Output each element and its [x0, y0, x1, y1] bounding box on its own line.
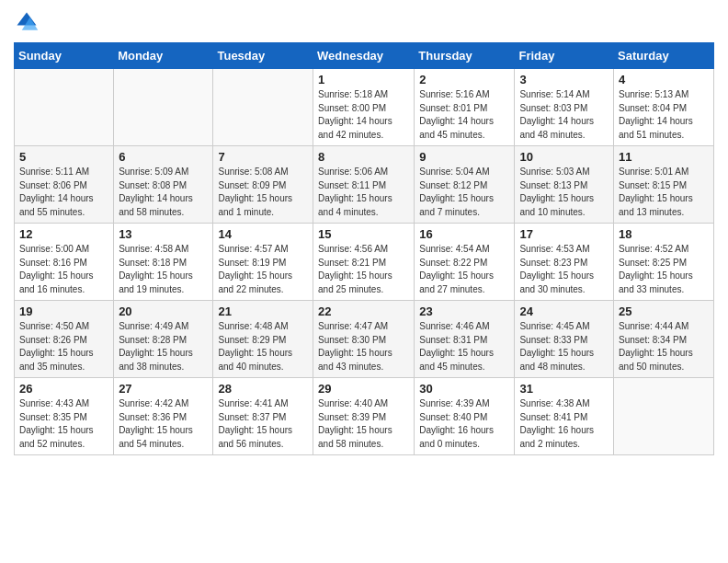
- calendar-cell: 21Sunrise: 4:48 AM Sunset: 8:29 PM Dayli…: [213, 301, 313, 378]
- day-info: Sunrise: 5:18 AM Sunset: 8:00 PM Dayligh…: [318, 88, 409, 142]
- calendar-week-row: 26Sunrise: 4:43 AM Sunset: 8:35 PM Dayli…: [15, 378, 714, 455]
- day-info: Sunrise: 4:52 AM Sunset: 8:25 PM Dayligh…: [619, 243, 709, 296]
- day-info: Sunrise: 5:09 AM Sunset: 8:08 PM Dayligh…: [119, 166, 208, 219]
- calendar-cell: 4Sunrise: 5:13 AM Sunset: 8:04 PM Daylig…: [614, 69, 714, 146]
- calendar-cell: 28Sunrise: 4:41 AM Sunset: 8:37 PM Dayli…: [213, 378, 313, 455]
- page-header: [14, 9, 714, 35]
- day-number: 15: [318, 227, 409, 241]
- day-header-sunday: Sunday: [15, 43, 114, 69]
- day-info: Sunrise: 4:58 AM Sunset: 8:18 PM Dayligh…: [119, 243, 208, 296]
- day-header-saturday: Saturday: [614, 43, 714, 69]
- day-info: Sunrise: 4:49 AM Sunset: 8:28 PM Dayligh…: [119, 320, 208, 373]
- calendar-cell: 31Sunrise: 4:38 AM Sunset: 8:41 PM Dayli…: [515, 378, 614, 455]
- calendar-cell: 8Sunrise: 5:06 AM Sunset: 8:11 PM Daylig…: [313, 146, 415, 224]
- day-header-wednesday: Wednesday: [313, 43, 415, 69]
- calendar-cell: 6Sunrise: 5:09 AM Sunset: 8:08 PM Daylig…: [114, 146, 213, 224]
- calendar-cell: [15, 69, 114, 146]
- calendar-cell: 1Sunrise: 5:18 AM Sunset: 8:00 PM Daylig…: [313, 69, 415, 146]
- day-header-monday: Monday: [114, 43, 213, 69]
- day-info: Sunrise: 5:01 AM Sunset: 8:15 PM Dayligh…: [619, 166, 709, 219]
- calendar-table: SundayMondayTuesdayWednesdayThursdayFrid…: [14, 42, 714, 455]
- calendar-week-row: 19Sunrise: 4:50 AM Sunset: 8:26 PM Dayli…: [15, 301, 714, 378]
- day-info: Sunrise: 4:50 AM Sunset: 8:26 PM Dayligh…: [19, 320, 108, 373]
- calendar-cell: 10Sunrise: 5:03 AM Sunset: 8:13 PM Dayli…: [515, 146, 614, 224]
- calendar-cell: 15Sunrise: 4:56 AM Sunset: 8:21 PM Dayli…: [313, 224, 415, 301]
- day-number: 9: [419, 150, 509, 164]
- day-header-tuesday: Tuesday: [213, 43, 313, 69]
- day-number: 30: [419, 382, 509, 396]
- day-number: 10: [519, 150, 609, 164]
- calendar-cell: 19Sunrise: 4:50 AM Sunset: 8:26 PM Dayli…: [15, 301, 114, 378]
- calendar-cell: 2Sunrise: 5:16 AM Sunset: 8:01 PM Daylig…: [415, 69, 515, 146]
- day-number: 14: [218, 227, 308, 241]
- calendar-week-row: 1Sunrise: 5:18 AM Sunset: 8:00 PM Daylig…: [15, 69, 714, 146]
- day-number: 23: [419, 304, 509, 318]
- day-number: 28: [218, 382, 308, 396]
- calendar-cell: 18Sunrise: 4:52 AM Sunset: 8:25 PM Dayli…: [614, 224, 714, 301]
- calendar-week-row: 12Sunrise: 5:00 AM Sunset: 8:16 PM Dayli…: [15, 224, 714, 301]
- day-number: 22: [318, 304, 409, 318]
- logo-icon: [14, 9, 40, 35]
- calendar-cell: 22Sunrise: 4:47 AM Sunset: 8:30 PM Dayli…: [313, 301, 415, 378]
- day-number: 7: [218, 150, 308, 164]
- day-number: 31: [519, 382, 609, 396]
- day-number: 12: [19, 227, 108, 241]
- day-number: 25: [619, 304, 709, 318]
- calendar-cell: 23Sunrise: 4:46 AM Sunset: 8:31 PM Dayli…: [415, 301, 515, 378]
- calendar-cell: 13Sunrise: 4:58 AM Sunset: 8:18 PM Dayli…: [114, 224, 213, 301]
- day-header-friday: Friday: [515, 43, 614, 69]
- day-number: 2: [419, 73, 509, 86]
- day-number: 29: [318, 382, 409, 396]
- calendar-cell: 5Sunrise: 5:11 AM Sunset: 8:06 PM Daylig…: [15, 146, 114, 224]
- calendar-cell: 29Sunrise: 4:40 AM Sunset: 8:39 PM Dayli…: [313, 378, 415, 455]
- calendar-cell: 30Sunrise: 4:39 AM Sunset: 8:40 PM Dayli…: [415, 378, 515, 455]
- logo: [14, 9, 43, 35]
- day-number: 6: [119, 150, 208, 164]
- day-info: Sunrise: 5:08 AM Sunset: 8:09 PM Dayligh…: [218, 166, 308, 219]
- day-info: Sunrise: 4:46 AM Sunset: 8:31 PM Dayligh…: [419, 320, 509, 373]
- calendar-cell: [213, 69, 313, 146]
- day-number: 13: [119, 227, 208, 241]
- calendar-cell: 14Sunrise: 4:57 AM Sunset: 8:19 PM Dayli…: [213, 224, 313, 301]
- day-info: Sunrise: 4:56 AM Sunset: 8:21 PM Dayligh…: [318, 243, 409, 296]
- calendar-cell: 3Sunrise: 5:14 AM Sunset: 8:03 PM Daylig…: [515, 69, 614, 146]
- day-info: Sunrise: 4:47 AM Sunset: 8:30 PM Dayligh…: [318, 320, 409, 373]
- day-info: Sunrise: 4:54 AM Sunset: 8:22 PM Dayligh…: [419, 243, 509, 296]
- day-info: Sunrise: 4:53 AM Sunset: 8:23 PM Dayligh…: [519, 243, 609, 296]
- day-info: Sunrise: 5:13 AM Sunset: 8:04 PM Dayligh…: [619, 88, 709, 142]
- calendar-cell: 11Sunrise: 5:01 AM Sunset: 8:15 PM Dayli…: [614, 146, 714, 224]
- calendar-cell: 16Sunrise: 4:54 AM Sunset: 8:22 PM Dayli…: [415, 224, 515, 301]
- calendar-cell: 9Sunrise: 5:04 AM Sunset: 8:12 PM Daylig…: [415, 146, 515, 224]
- day-number: 24: [519, 304, 609, 318]
- day-info: Sunrise: 4:38 AM Sunset: 8:41 PM Dayligh…: [519, 397, 609, 451]
- calendar-cell: [614, 378, 714, 455]
- calendar-cell: [114, 69, 213, 146]
- day-header-thursday: Thursday: [415, 43, 515, 69]
- day-info: Sunrise: 4:57 AM Sunset: 8:19 PM Dayligh…: [218, 243, 308, 296]
- calendar-cell: 12Sunrise: 5:00 AM Sunset: 8:16 PM Dayli…: [15, 224, 114, 301]
- day-number: 8: [318, 150, 409, 164]
- day-number: 5: [19, 150, 108, 164]
- calendar-cell: 20Sunrise: 4:49 AM Sunset: 8:28 PM Dayli…: [114, 301, 213, 378]
- calendar-cell: 17Sunrise: 4:53 AM Sunset: 8:23 PM Dayli…: [515, 224, 614, 301]
- day-info: Sunrise: 4:48 AM Sunset: 8:29 PM Dayligh…: [218, 320, 308, 373]
- day-number: 3: [519, 73, 609, 86]
- day-number: 27: [119, 382, 208, 396]
- calendar-cell: 24Sunrise: 4:45 AM Sunset: 8:33 PM Dayli…: [515, 301, 614, 378]
- day-number: 4: [619, 73, 709, 86]
- calendar-cell: 27Sunrise: 4:42 AM Sunset: 8:36 PM Dayli…: [114, 378, 213, 455]
- day-info: Sunrise: 4:43 AM Sunset: 8:35 PM Dayligh…: [19, 397, 108, 451]
- day-info: Sunrise: 4:40 AM Sunset: 8:39 PM Dayligh…: [318, 397, 409, 451]
- day-number: 26: [19, 382, 108, 396]
- day-info: Sunrise: 5:06 AM Sunset: 8:11 PM Dayligh…: [318, 166, 409, 219]
- day-info: Sunrise: 4:42 AM Sunset: 8:36 PM Dayligh…: [119, 397, 208, 451]
- calendar-cell: 26Sunrise: 4:43 AM Sunset: 8:35 PM Dayli…: [15, 378, 114, 455]
- day-info: Sunrise: 5:00 AM Sunset: 8:16 PM Dayligh…: [19, 243, 108, 296]
- day-number: 1: [318, 73, 409, 86]
- calendar-cell: 25Sunrise: 4:44 AM Sunset: 8:34 PM Dayli…: [614, 301, 714, 378]
- day-info: Sunrise: 4:39 AM Sunset: 8:40 PM Dayligh…: [419, 397, 509, 451]
- calendar-week-row: 5Sunrise: 5:11 AM Sunset: 8:06 PM Daylig…: [15, 146, 714, 224]
- calendar-cell: 7Sunrise: 5:08 AM Sunset: 8:09 PM Daylig…: [213, 146, 313, 224]
- day-number: 18: [619, 227, 709, 241]
- day-info: Sunrise: 5:16 AM Sunset: 8:01 PM Dayligh…: [419, 88, 509, 142]
